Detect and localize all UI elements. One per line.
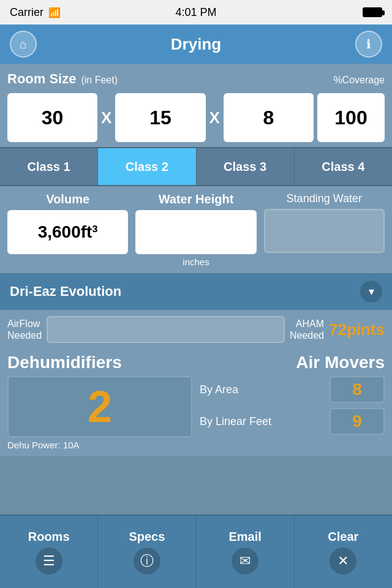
air-movers-col: Air Movers By Area 8 By Linear Feet 9 <box>200 353 385 450</box>
air-movers-title: Air Movers <box>200 353 385 372</box>
equipment-results: Dehumidifiers 2 Dehu Power: 10A Air Move… <box>0 353 392 456</box>
standing-water-label: Standing Water <box>264 192 385 205</box>
dimension2-input[interactable]: 15 <box>115 93 205 142</box>
dehumidifiers-col: Dehumidifiers 2 Dehu Power: 10A <box>7 353 192 450</box>
volume-value: 3,600ft³ <box>7 210 128 254</box>
app-title: Drying <box>171 35 221 54</box>
multiply-sign-1: X <box>101 108 111 127</box>
tab-specs-label: Specs <box>129 530 165 544</box>
volume-col: Volume 3,600ft³ <box>7 192 128 267</box>
coverage-label: %Coverage <box>333 75 385 86</box>
equipment-selector[interactable]: Dri-Eaz Evolution ▾ <box>0 273 392 310</box>
air-mover-by-linear-row: By Linear Feet 9 <box>200 408 385 435</box>
class-tabs: Class 1 Class 2 Class 3 Class 4 <box>0 147 392 186</box>
water-height-input[interactable] <box>135 210 256 254</box>
clear-icon: ✕ <box>330 548 356 575</box>
rooms-icon: ☰ <box>36 548 62 575</box>
inches-label: inches <box>135 257 256 267</box>
airflow-input[interactable] <box>47 316 285 343</box>
bottom-tabs: Rooms ☰ Specs ⓘ Email ✉ Clear ✕ <box>0 514 392 588</box>
tab-email-label: Email <box>228 530 261 544</box>
status-left: Carrier 📶 <box>10 6 61 19</box>
aham-label: AHAMNeeded <box>290 318 324 341</box>
volume-label: Volume <box>7 192 128 206</box>
water-height-col: Water Height inches <box>135 192 256 267</box>
by-area-value: 8 <box>352 380 362 399</box>
room-size-header: Room Size (in Feet) %Coverage <box>7 71 385 87</box>
wifi-icon: 📶 <box>48 7 61 18</box>
water-height-label: Water Height <box>135 192 256 206</box>
chevron-down-icon: ▾ <box>360 281 382 303</box>
home-button[interactable]: ⌂ <box>10 31 37 58</box>
dehu-power-label: Dehu Power: 10A <box>7 440 192 450</box>
app-header: ⌂ Drying ℹ <box>0 24 392 64</box>
tab-email[interactable]: Email ✉ <box>197 516 295 588</box>
aham-value: 72pints <box>329 320 385 339</box>
class-tab-3[interactable]: Class 3 <box>197 148 295 185</box>
tab-rooms[interactable]: Rooms ☰ <box>0 516 98 588</box>
status-time: 4:01 PM <box>175 6 216 19</box>
dehumidifiers-number: 2 <box>88 382 112 432</box>
dimension3-input[interactable]: 8 <box>224 93 314 142</box>
standing-water-input[interactable] <box>264 209 385 253</box>
by-linear-feet-value: 9 <box>352 412 362 431</box>
room-size-units: (in Feet) <box>81 75 118 86</box>
dehumidifiers-title: Dehumidifiers <box>7 353 192 372</box>
status-bar: Carrier 📶 4:01 PM <box>0 0 392 24</box>
by-area-value-box: 8 <box>330 376 385 403</box>
tab-clear-label: Clear <box>328 530 358 544</box>
room-size-section: Room Size (in Feet) %Coverage 30 X 15 X … <box>0 64 392 147</box>
info-button[interactable]: ℹ <box>355 31 382 58</box>
room-inputs: 30 X 15 X 8 100 <box>7 93 385 142</box>
tab-rooms-label: Rooms <box>28 530 70 544</box>
info-icon: ℹ <box>366 37 371 51</box>
air-mover-by-area-row: By Area 8 <box>200 376 385 403</box>
home-icon: ⌂ <box>20 37 27 51</box>
by-linear-feet-label: By Linear Feet <box>200 415 271 428</box>
standing-water-col: Standing Water <box>264 192 385 267</box>
class-tab-2[interactable]: Class 2 <box>98 148 196 185</box>
specs-icon: ⓘ <box>134 548 160 575</box>
coverage-input[interactable]: 100 <box>317 93 385 142</box>
volume-section: Volume 3,600ft³ Water Height inches Stan… <box>0 186 392 273</box>
multiply-sign-2: X <box>209 108 220 127</box>
class-tab-4[interactable]: Class 4 <box>295 148 392 185</box>
carrier-label: Carrier <box>10 6 43 19</box>
by-area-label: By Area <box>200 383 238 396</box>
tab-specs[interactable]: Specs ⓘ <box>98 516 196 588</box>
email-icon: ✉ <box>232 548 258 575</box>
equipment-name: Dri-Eaz Evolution <box>10 284 121 300</box>
status-right <box>363 7 382 17</box>
airflow-label: AirFlowNeeded <box>7 318 42 341</box>
tab-clear[interactable]: Clear ✕ <box>295 516 392 588</box>
battery-icon <box>363 7 382 17</box>
readings-section: AirFlowNeeded AHAMNeeded 72pints <box>0 310 392 353</box>
by-linear-feet-value-box: 9 <box>330 408 385 435</box>
class-tab-1[interactable]: Class 1 <box>0 148 98 185</box>
dehumidifiers-value-box: 2 <box>7 376 192 437</box>
dimension1-input[interactable]: 30 <box>7 93 97 142</box>
readings-row: AirFlowNeeded AHAMNeeded 72pints <box>7 316 385 343</box>
room-size-title: Room Size <box>7 71 76 87</box>
